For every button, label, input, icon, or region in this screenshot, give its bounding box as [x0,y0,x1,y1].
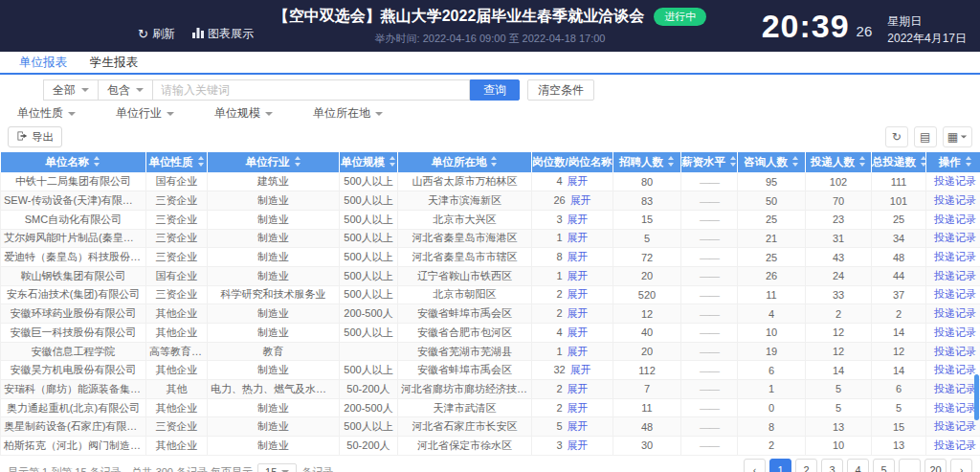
expand-link[interactable]: 展开 [568,270,589,281]
table-cell: 500人以上 [340,266,398,285]
table-cell: 10 [738,324,806,343]
table-cell: 15 [613,210,681,229]
expand-link[interactable]: 展开 [568,288,589,300]
delivery-records-link[interactable]: 投递记录 [934,364,976,375]
page-button[interactable]: … [899,459,921,472]
delivery-records-link[interactable]: 投递记录 [934,383,976,394]
sort-icon[interactable] [791,156,799,167]
filter-dropdown[interactable]: 单位规模 [214,107,273,120]
column-header[interactable]: 单位行业 [208,152,340,172]
table-cell: 500人以上 [340,172,398,191]
keyword-input[interactable] [152,79,470,101]
page-button[interactable]: 2 [795,459,817,472]
expand-link[interactable]: 展开 [568,232,589,243]
delivery-records-link[interactable]: 投递记录 [934,288,976,300]
column-header[interactable]: 单位性质 [146,152,208,172]
column-header[interactable]: 岗位数/岗位名称 [532,152,613,172]
expand-link[interactable]: 展开 [568,402,589,414]
expand-link[interactable]: 展开 [568,439,589,451]
column-header-label: 总投递数 [872,156,916,168]
sort-icon[interactable] [729,156,737,167]
column-header[interactable]: 招聘人数 [613,152,681,172]
action-cell: 投递记录 [926,324,980,343]
delivery-records-link[interactable]: 投递记录 [934,251,976,262]
column-header[interactable]: 薪资水平 [681,152,738,172]
delivery-records-link[interactable]: 投递记录 [934,402,976,414]
search-button[interactable]: 查询 [470,79,520,101]
column-header[interactable]: 操作 [926,152,980,172]
sort-icon[interactable] [965,156,972,167]
table-cell: 5 [613,229,681,248]
expand-link[interactable]: 展开 [568,383,589,394]
expand-link[interactable]: 展开 [570,364,591,375]
page-button[interactable]: 4 [847,459,869,472]
match-select[interactable]: 包含 [98,79,153,101]
clear-filters-button[interactable]: 清空条件 [527,79,594,101]
filter-dropdown[interactable]: 单位所在地 [313,107,383,120]
table-cell: 制造业 [208,437,340,456]
column-header[interactable]: 咨询人数 [738,152,806,172]
table-refresh-button[interactable]: ↻ [885,126,908,147]
expand-link[interactable]: 展开 [568,251,589,262]
delivery-records-link[interactable]: 投递记录 [934,270,976,281]
sort-icon[interactable] [920,156,926,167]
tab-student-report[interactable]: 学生报表 [78,52,149,73]
table-cell: 200-500人 [340,304,398,324]
delivery-records-link[interactable]: 投递记录 [934,439,976,451]
export-button[interactable]: 导出 [8,126,62,147]
page-title: 【空中双选会】燕山大学2022届毕业生春季就业洽谈会 [274,7,645,27]
delivery-records-link[interactable]: 投递记录 [934,346,976,357]
action-cell: 投递记录 [926,417,980,437]
column-header[interactable]: 总投递数 [872,152,926,172]
field-select[interactable]: 全部 [43,79,99,101]
tab-unit-report[interactable]: 单位报表 [8,52,78,73]
column-header[interactable]: 单位名称 [1,152,146,172]
jobs-count: 4 [556,175,562,187]
sort-icon[interactable] [490,156,498,167]
page-button[interactable]: 3 [821,459,843,472]
delivery-records-link[interactable]: 投递记录 [934,307,976,319]
delivery-records-link[interactable]: 投递记录 [934,326,976,338]
filter-dropdown[interactable]: 单位性质 [17,107,76,120]
delivery-records-link[interactable]: 投递记录 [934,175,976,187]
table-cell: —— [681,210,738,229]
vertical-scrollbar[interactable] [974,374,979,420]
page-button[interactable]: 1 [769,459,791,472]
columns-button[interactable]: ▦ [943,126,972,147]
page-button[interactable]: 20 [924,459,947,472]
expand-link[interactable]: 展开 [568,307,589,319]
expand-link[interactable]: 展开 [568,420,589,432]
delivery-records-link[interactable]: 投递记录 [934,214,976,225]
filter-dropdown[interactable]: 单位行业 [116,107,174,120]
expand-link[interactable]: 展开 [568,214,589,225]
page-size-select[interactable]: 15 [257,463,297,472]
jobs-count: 1 [556,232,562,243]
sort-icon[interactable] [197,156,205,167]
page-button[interactable]: 5 [873,459,895,472]
column-header[interactable]: 单位规模 [340,152,398,172]
expand-link[interactable]: 展开 [568,175,589,187]
table-cell: SMC自动化有限公司 [1,210,146,229]
column-header[interactable]: 单位所在地 [398,152,532,172]
sort-icon[interactable] [294,156,301,167]
table-cell: 三资企业 [146,417,208,437]
next-page-button[interactable]: › [950,459,972,472]
column-header[interactable]: 投递人数 [806,152,872,172]
table-row: 安瑞科（廊坊）能源装备集成有限公司其他电力、热力、燃气及水生产和供应业50-20… [1,380,980,399]
sort-icon[interactable] [389,156,396,167]
sort-icon[interactable] [93,156,100,167]
expand-link[interactable]: 展开 [568,346,589,357]
delivery-records-link[interactable]: 投递记录 [934,194,976,206]
table-cell: 500人以上 [340,248,398,267]
chevron-down-icon [375,112,383,116]
sort-icon[interactable] [667,156,675,167]
expand-link[interactable]: 展开 [570,194,591,206]
table-cell: 高等教育单位 [146,342,208,361]
sort-icon[interactable] [858,156,866,167]
chevron-down-icon [68,112,76,116]
prev-page-button[interactable]: ‹ [744,459,766,472]
delivery-records-link[interactable]: 投递记录 [934,420,976,432]
expand-link[interactable]: 展开 [568,326,589,338]
delivery-records-link[interactable]: 投递记录 [934,232,976,243]
toggle-view-button[interactable]: ▤ [914,126,937,147]
